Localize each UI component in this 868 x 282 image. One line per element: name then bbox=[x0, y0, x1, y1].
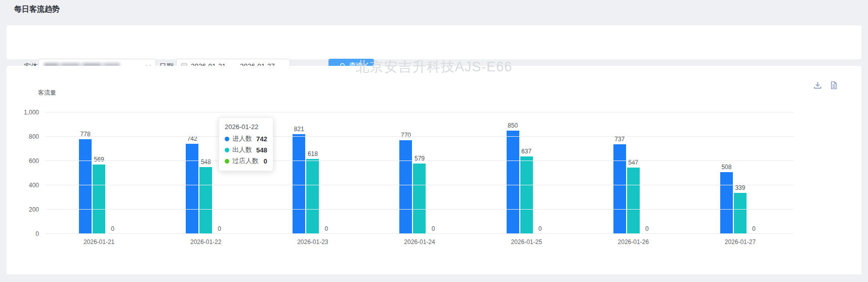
download-icon[interactable] bbox=[813, 81, 822, 90]
bar-group: 82161802026-01-23 bbox=[259, 112, 366, 234]
bar-出人数[interactable] bbox=[199, 167, 212, 234]
bar-slot: 0 bbox=[427, 112, 439, 234]
bar-value-label: 0 bbox=[111, 225, 114, 232]
bar-value-label: 737 bbox=[614, 136, 625, 143]
tooltip-value: 742 bbox=[256, 135, 267, 143]
gridline bbox=[46, 209, 794, 210]
bar-value-label: 0 bbox=[645, 225, 649, 232]
bar-slot: 339 bbox=[734, 112, 747, 234]
bar-group: 50833902026-01-27 bbox=[687, 112, 794, 234]
gridline bbox=[46, 112, 794, 112]
bar-groups: 77856902026-01-2174254802026-01-22821618… bbox=[46, 112, 794, 234]
series-pass-dot-icon bbox=[225, 159, 229, 164]
tooltip-label: 过店人数 bbox=[232, 156, 261, 166]
bar-group: 77057902026-01-24 bbox=[366, 112, 473, 234]
tooltip-value: 548 bbox=[256, 146, 267, 154]
bar-进人数[interactable] bbox=[186, 144, 198, 234]
bar-value-label: 821 bbox=[294, 126, 304, 133]
bar-value-label: 0 bbox=[752, 225, 756, 232]
bar-group: 73754702026-01-26 bbox=[580, 112, 687, 234]
bar-出人数[interactable] bbox=[413, 164, 426, 234]
x-axis-label: 2026-01-26 bbox=[580, 238, 687, 246]
tooltip-label: 出人数 bbox=[232, 145, 253, 154]
bar-value-label: 850 bbox=[508, 122, 518, 129]
x-axis-label: 2026-01-27 bbox=[687, 238, 794, 246]
bar-进人数[interactable] bbox=[79, 139, 92, 234]
tooltip-title: 2026-01-22 bbox=[225, 123, 267, 131]
y-tick-label: 600 bbox=[9, 157, 39, 165]
bar-value-label: 618 bbox=[308, 150, 318, 157]
y-tick-label: 0 bbox=[9, 230, 39, 237]
tooltip-value: 0 bbox=[264, 157, 267, 165]
bar-group: 77856902026-01-21 bbox=[46, 112, 152, 234]
chart-toolbar bbox=[813, 81, 838, 90]
bar-value-label: 547 bbox=[628, 159, 638, 166]
bar-slot: 547 bbox=[627, 112, 640, 234]
bar-slot: 850 bbox=[507, 112, 519, 234]
report-document-icon[interactable] bbox=[830, 81, 838, 90]
bar-value-label: 508 bbox=[721, 164, 731, 171]
gridline bbox=[46, 233, 794, 234]
tooltip-row: 进人数 742 bbox=[225, 134, 267, 143]
bar-slot: 778 bbox=[79, 112, 92, 234]
bar-value-label: 0 bbox=[218, 225, 221, 232]
y-tick-label: 1,000 bbox=[9, 109, 39, 116]
bar-进人数[interactable] bbox=[507, 131, 519, 234]
tooltip-row: 过店人数 0 bbox=[225, 156, 267, 166]
bar-slot: 508 bbox=[720, 112, 733, 234]
bar-group: 85063702026-01-25 bbox=[473, 112, 580, 234]
bar-value-label: 548 bbox=[201, 158, 211, 166]
bar-slot: 637 bbox=[520, 112, 533, 234]
y-tick-label: 200 bbox=[9, 206, 39, 213]
gridline bbox=[46, 185, 794, 185]
bar-slot: 0 bbox=[641, 112, 653, 234]
bar-出人数[interactable] bbox=[306, 159, 319, 234]
bar-value-label: 637 bbox=[521, 148, 531, 155]
bar-slot: 548 bbox=[199, 112, 212, 234]
x-axis-label: 2026-01-22 bbox=[152, 238, 259, 246]
gridline bbox=[46, 136, 794, 137]
y-axis-title: 客流量 bbox=[38, 89, 56, 97]
bar-slot: 0 bbox=[748, 112, 760, 234]
bar-出人数[interactable] bbox=[93, 165, 105, 234]
bar-slot: 0 bbox=[320, 112, 333, 234]
bar-slot: 737 bbox=[613, 112, 626, 234]
y-tick-label: 400 bbox=[9, 182, 39, 189]
gridline bbox=[46, 160, 794, 161]
bar-value-label: 0 bbox=[325, 225, 328, 232]
bar-slot: 618 bbox=[306, 112, 319, 234]
bar-value-label: 569 bbox=[94, 156, 104, 163]
plot-area: 77856902026-01-2174254802026-01-22821618… bbox=[46, 112, 794, 234]
x-axis-label: 2026-01-24 bbox=[366, 238, 473, 246]
bar-slot: 770 bbox=[399, 112, 412, 234]
y-tick-label: 800 bbox=[9, 133, 39, 140]
series-in-dot-icon bbox=[225, 137, 229, 141]
page-title: 每日客流趋势 bbox=[14, 5, 60, 14]
bar-value-label: 0 bbox=[432, 225, 435, 232]
x-axis-label: 2026-01-21 bbox=[46, 238, 152, 246]
x-axis-label: 2026-01-23 bbox=[259, 238, 366, 246]
bar-value-label: 778 bbox=[80, 131, 91, 138]
filter-row: 实体 日期 2026-01-21 ~ 2026-01-27 查 bbox=[7, 25, 861, 59]
series-out-dot-icon bbox=[225, 148, 229, 152]
bar-进人数[interactable] bbox=[293, 134, 305, 234]
bar-slot: 0 bbox=[534, 112, 547, 234]
filter-card: 实体 日期 2026-01-21 ~ 2026-01-27 查 bbox=[7, 25, 861, 59]
chart-card: 客流量 77856902026-01-2174254802026-01-2282… bbox=[7, 66, 861, 274]
bar-进人数[interactable] bbox=[613, 144, 626, 234]
bar-value-label: 770 bbox=[401, 132, 411, 139]
bar-slot: 742 bbox=[186, 112, 198, 234]
bar-slot: 821 bbox=[293, 112, 305, 234]
x-axis-label: 2026-01-25 bbox=[473, 238, 580, 246]
bar-出人数[interactable] bbox=[734, 193, 747, 234]
bar-出人数[interactable] bbox=[627, 168, 640, 234]
bar-进人数[interactable] bbox=[399, 140, 412, 234]
bar-出人数[interactable] bbox=[520, 156, 533, 234]
tooltip-label: 进人数 bbox=[232, 134, 253, 143]
bar-slot: 579 bbox=[413, 112, 426, 234]
bar-value-label: 0 bbox=[539, 225, 542, 232]
bar-进人数[interactable] bbox=[720, 172, 733, 234]
tooltip-row: 出人数 548 bbox=[225, 145, 267, 154]
bar-slot: 0 bbox=[106, 112, 119, 234]
chart-tooltip: 2026-01-22 进人数 742 出人数 548 过店人数 0 bbox=[219, 117, 273, 171]
